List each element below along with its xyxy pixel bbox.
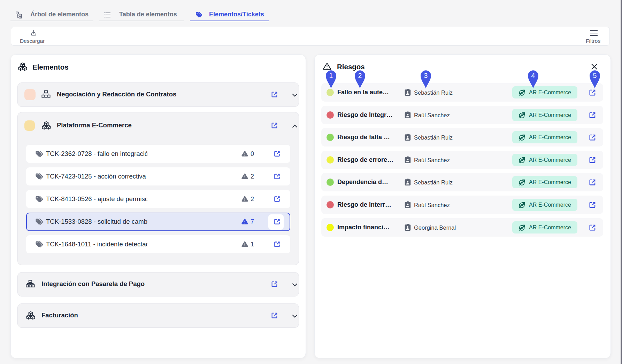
- svg-text:5: 5: [593, 72, 597, 79]
- svg-text:3: 3: [424, 72, 428, 79]
- svg-text:2: 2: [358, 72, 362, 79]
- svg-text:4: 4: [531, 72, 535, 79]
- svg-text:1: 1: [329, 72, 333, 79]
